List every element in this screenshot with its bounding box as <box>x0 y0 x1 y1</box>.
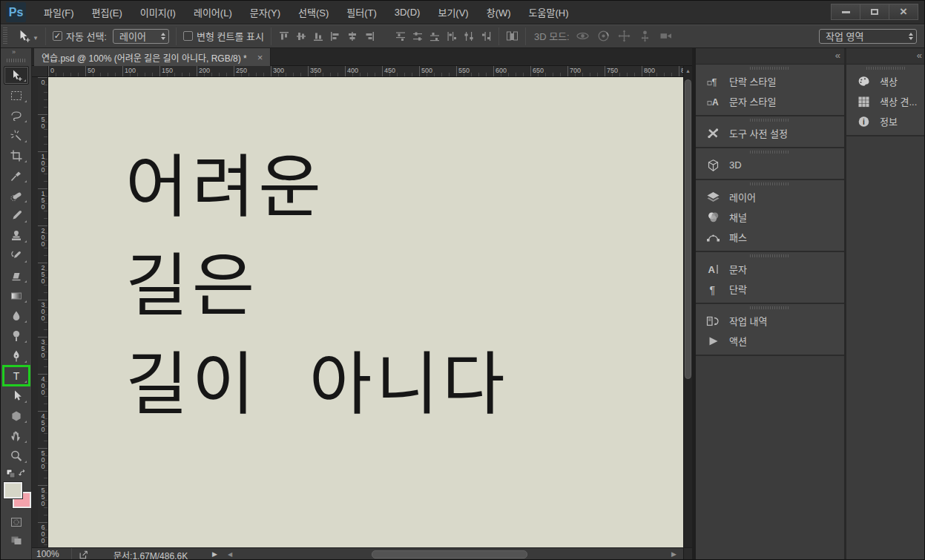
panel-grip[interactable] <box>696 148 844 155</box>
clone-stamp-tool[interactable] <box>4 226 29 245</box>
blur-tool[interactable] <box>4 306 29 325</box>
horizontal-ruler[interactable]: 0501001502002503003504004505005506006507… <box>48 66 683 77</box>
foreground-color-swatch[interactable] <box>4 482 22 498</box>
panel-button-character[interactable]: A문자 <box>696 259 844 279</box>
scroll-left-icon[interactable]: ◀ <box>228 551 232 558</box>
move-tool[interactable] <box>4 66 29 85</box>
slide-3d-icon[interactable] <box>638 29 652 43</box>
transform-controls-checkbox[interactable] <box>183 31 193 41</box>
close-button[interactable]: × <box>889 4 918 20</box>
distribute-horizontal-centers-icon[interactable] <box>463 30 475 42</box>
distribute-left-edges-icon[interactable] <box>446 30 458 42</box>
document-tab[interactable]: 연습.psd @ 100% (어려운 길은 길이 아니다, RGB/8) * × <box>34 48 271 66</box>
type-tool[interactable]: T <box>4 366 29 385</box>
menu-e[interactable]: 편집(E) <box>83 1 131 24</box>
zoom-tool[interactable] <box>4 447 29 465</box>
align-left-edges-icon[interactable] <box>329 30 341 42</box>
scroll-right-icon[interactable]: ▶ <box>671 550 677 558</box>
menu-w[interactable]: 창(W) <box>478 1 520 24</box>
collapse-panels-icon[interactable]: « <box>917 50 921 61</box>
auto-align-layers-icon[interactable] <box>506 30 519 42</box>
shape-tool[interactable] <box>4 406 29 425</box>
distribute-vertical-centers-icon[interactable] <box>412 30 424 42</box>
panel-button-actions[interactable]: 액션 <box>696 331 844 351</box>
tab-close-icon[interactable]: × <box>257 53 263 62</box>
menu-y[interactable]: 문자(Y) <box>241 1 289 24</box>
pen-tool[interactable] <box>4 346 29 365</box>
menu-f[interactable]: 파일(F) <box>35 1 83 24</box>
quick-mask-button[interactable] <box>7 515 26 530</box>
spot-healing-tool[interactable] <box>4 186 29 205</box>
dodge-tool[interactable] <box>4 326 29 345</box>
panel-grip[interactable] <box>696 65 844 71</box>
zoom-level-field[interactable]: 100% <box>36 549 59 559</box>
menu-t[interactable]: 필터(T) <box>338 1 386 24</box>
align-vertical-centers-icon[interactable] <box>295 30 307 42</box>
panel-button-channels[interactable]: 채널 <box>696 207 844 227</box>
options-grip[interactable] <box>3 27 7 45</box>
vertical-scrollbar[interactable]: ▲ <box>683 66 692 547</box>
menu-s[interactable]: 선택(S) <box>289 1 338 24</box>
distribute-top-edges-icon[interactable] <box>395 30 406 42</box>
status-flyout-icon[interactable]: ▶ <box>212 550 217 558</box>
tools-grip[interactable] <box>7 59 26 62</box>
hand-tool[interactable] <box>4 426 29 445</box>
panel-button-cube-3d[interactable]: 3D <box>696 155 844 175</box>
panel-button-layers[interactable]: 레이어 <box>696 187 844 207</box>
marquee-tool[interactable] <box>4 86 29 105</box>
vertical-scroll-thumb[interactable] <box>685 79 691 379</box>
auto-select-checkbox[interactable]: ✓ <box>53 31 62 41</box>
share-icon[interactable] <box>78 550 89 560</box>
panel-button-info[interactable]: i정보 <box>846 111 925 131</box>
canvas[interactable]: 어려운길은길이 아니다 <box>48 77 683 547</box>
eyedropper-tool[interactable] <box>4 166 29 185</box>
tools-collapse-icon[interactable]: » <box>1 48 31 58</box>
workspace-dropdown[interactable]: 작업 영역 <box>819 29 917 44</box>
panel-button-paragraph-styles[interactable]: ¶단락 스타일 <box>696 71 844 91</box>
scroll-up-icon[interactable]: ▲ <box>685 68 691 73</box>
vertical-ruler[interactable]: 050100150200250300350400450500550600650 <box>38 77 48 547</box>
tool-preset-caret-icon[interactable]: ▼ <box>33 35 39 42</box>
eraser-tool[interactable] <box>4 266 29 285</box>
screen-mode-button[interactable] <box>7 533 26 547</box>
collapse-panels-icon[interactable]: « <box>835 50 839 61</box>
menu-i[interactable]: 이미지(I) <box>131 1 185 24</box>
panel-button-swatches[interactable]: 색상 견... <box>846 91 925 111</box>
menu-v[interactable]: 보기(V) <box>429 1 477 24</box>
horizontal-scroll-thumb[interactable] <box>372 550 527 559</box>
align-right-edges-icon[interactable] <box>363 30 375 42</box>
menu-h[interactable]: 도움말(H) <box>520 1 578 24</box>
camera-3d-icon[interactable] <box>659 29 673 43</box>
minimize-button[interactable] <box>831 4 860 20</box>
panel-button-history[interactable]: 작업 내역 <box>696 311 844 331</box>
history-brush-tool[interactable] <box>4 246 29 265</box>
panel-button-tool-presets[interactable]: 도구 사전 설정 <box>696 123 844 143</box>
panel-grip[interactable] <box>696 180 844 187</box>
align-bottom-edges-icon[interactable] <box>312 30 324 42</box>
panel-grip[interactable] <box>696 116 844 123</box>
align-horizontal-centers-icon[interactable] <box>346 30 358 42</box>
gradient-tool[interactable] <box>4 286 29 305</box>
quick-selection-tool[interactable] <box>4 126 29 145</box>
panel-grip[interactable] <box>696 304 844 311</box>
lasso-tool[interactable] <box>4 106 29 125</box>
maximize-button[interactable] <box>860 4 889 20</box>
crop-tool[interactable] <box>4 146 29 165</box>
menu-l[interactable]: 레이어(L) <box>185 1 241 24</box>
brush-tool[interactable] <box>4 206 29 225</box>
target-select-dropdown[interactable]: 레이어 <box>113 29 169 44</box>
roll-3d-icon[interactable] <box>596 29 610 43</box>
panel-button-color[interactable]: 색상 <box>846 71 925 91</box>
path-selection-tool[interactable] <box>4 386 29 405</box>
swap-colors-icon[interactable] <box>5 468 27 480</box>
panel-button-character-styles[interactable]: A문자 스타일 <box>696 91 844 111</box>
panel-grip[interactable] <box>696 252 844 259</box>
pan-3d-icon[interactable] <box>617 29 631 43</box>
panel-button-paths[interactable]: 패스 <box>696 227 844 247</box>
menu-dd[interactable]: 3D(D) <box>386 1 429 24</box>
panel-grip[interactable] <box>846 65 925 71</box>
panel-button-paragraph[interactable]: ¶단락 <box>696 279 844 299</box>
orbit-3d-icon[interactable] <box>576 29 590 43</box>
distribute-right-edges-icon[interactable] <box>480 30 492 42</box>
align-top-edges-icon[interactable] <box>278 30 290 42</box>
